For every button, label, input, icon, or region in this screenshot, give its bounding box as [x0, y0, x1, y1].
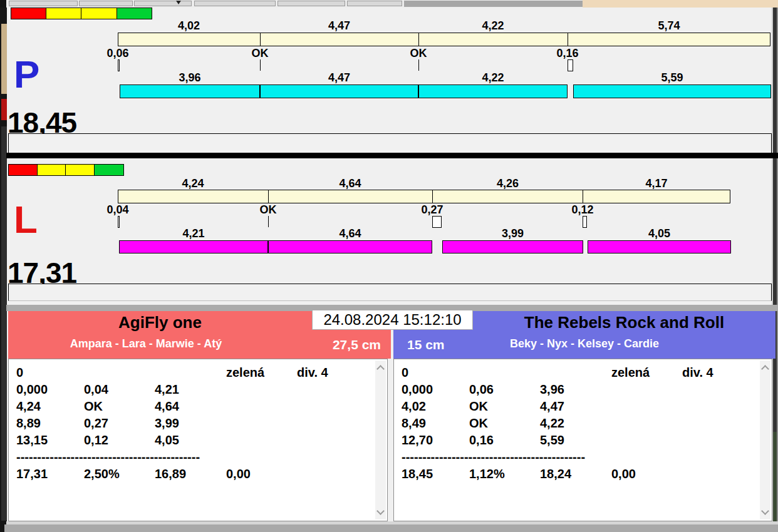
- background-toolbar-segment: [347, 1, 402, 6]
- total-cell: 18,45: [402, 467, 433, 481]
- scroll-up-icon[interactable]: [761, 365, 769, 373]
- vertical-scrollbar[interactable]: [375, 361, 386, 519]
- changeover-label: 0,16: [542, 48, 593, 59]
- status-value: zelená: [226, 366, 264, 379]
- changeover-loss-box: [118, 216, 120, 228]
- total-cell: 17,31: [16, 467, 48, 481]
- changeover-label: 0,06: [93, 48, 143, 59]
- split-bar-p: [118, 33, 770, 46]
- result-cell: 0,04: [84, 382, 108, 396]
- result-cell: 4,21: [155, 382, 179, 396]
- status-value: zelená: [611, 366, 650, 379]
- split-time-label: 4,64: [268, 178, 432, 189]
- run-time-label: 4,47: [260, 72, 418, 83]
- run-time-label: 4,05: [588, 228, 731, 239]
- result-cell: 0,12: [84, 433, 108, 447]
- result-textarea-left[interactable]: 0zelenádiv. 40,0000,044,214,24OK4,648,89…: [8, 359, 388, 521]
- result-cell: OK: [469, 399, 488, 413]
- changeover-label: OK: [243, 204, 293, 215]
- total-cell: 18,24: [540, 467, 571, 481]
- traffic-light-segment: [81, 8, 117, 19]
- run-bar-segment-l: [119, 240, 268, 253]
- split-time-label: 4,47: [260, 20, 418, 31]
- total-cell: 16,89: [155, 467, 186, 481]
- split-bar-l: [118, 190, 730, 203]
- separator-dashes: ----------------------------------------…: [16, 450, 200, 464]
- team-members-left: Ampara - Lara - Marwie - Atý: [14, 336, 277, 351]
- run-time-label: 4,64: [268, 228, 432, 239]
- empty-lane-strip-p: [8, 133, 772, 153]
- background-fragment: [1, 126, 7, 521]
- run-bar-segment-l: [588, 240, 731, 253]
- run-time-label: 3,99: [442, 228, 583, 239]
- changeover-ok-tick: [260, 59, 261, 71]
- split-time-label: 5,74: [568, 20, 770, 31]
- division-value: div. 4: [297, 366, 328, 379]
- split-bar-divider: [268, 190, 269, 203]
- split-bar-divider: [432, 190, 433, 203]
- background-toolbar-segment: [79, 1, 133, 6]
- changeover-loss-box: [583, 216, 587, 228]
- background-window-edge-left: [0, 8, 7, 524]
- background-fragment: [1, 24, 7, 94]
- result-cell: 0,16: [469, 433, 494, 447]
- traffic-light-segment: [11, 8, 46, 19]
- split-time-label: 4,17: [583, 178, 730, 189]
- scroll-up-icon[interactable]: [376, 365, 385, 373]
- traffic-light-segment: [95, 165, 123, 175]
- run-time-label: 4,22: [418, 72, 568, 83]
- result-cell: 4,02: [402, 399, 426, 413]
- result-cell: 8,49: [402, 416, 426, 430]
- result-cell: 4,24: [16, 399, 41, 413]
- scroll-down-icon[interactable]: [376, 507, 385, 515]
- background-toolbar-segment: [194, 1, 276, 6]
- dropdown-arrow-icon: [176, 1, 181, 4]
- background-window-fragment: [583, 0, 778, 8]
- run-bar-segment-l: [268, 240, 432, 253]
- changeover-loss-box: [432, 216, 442, 228]
- background-toolbar-segment: [277, 1, 345, 6]
- scroll-down-icon[interactable]: [761, 507, 769, 515]
- split-bar-divider: [568, 33, 568, 46]
- changeover-ok-tick: [418, 59, 419, 71]
- traffic-lights-p: [11, 8, 152, 19]
- team-total-time-p: 18,45: [8, 109, 76, 136]
- background-window-corner: [0, 524, 4, 532]
- background-fragment: [1, 99, 7, 120]
- result-cell: 13,15: [16, 433, 48, 447]
- changeover-label: OK: [393, 48, 443, 59]
- run-time-label: 3,96: [120, 72, 260, 83]
- vertical-scrollbar[interactable]: [760, 361, 770, 519]
- start-value: 0: [402, 366, 408, 379]
- result-cell: 0,27: [84, 416, 108, 430]
- result-cell: 4,05: [155, 433, 179, 447]
- changeover-label: OK: [235, 48, 285, 59]
- run-bar-segment-p: [573, 84, 771, 98]
- division-value: div. 4: [682, 366, 713, 379]
- run-time-label: 5,59: [573, 72, 771, 83]
- result-cell: 12,70: [402, 433, 433, 447]
- team-name-left: AgiFly one: [8, 313, 312, 332]
- result-cell: 5,59: [540, 433, 564, 447]
- result-cell: 3,99: [155, 416, 179, 430]
- relay-timing-app-window: P 18,45 L 17,31 AgiFly one Ampara - Lara…: [0, 0, 778, 532]
- changeover-loss-box: [118, 59, 120, 71]
- bottom-gray-bar: [0, 524, 778, 532]
- top-strip-left-edge: [0, 0, 6, 8]
- result-cell: 0,000: [16, 382, 48, 396]
- background-toolbar-segment: [9, 1, 78, 6]
- split-time-label: 4,22: [418, 20, 568, 31]
- traffic-light-segment: [66, 165, 95, 175]
- datetime-display: 24.08.2024 15:12:10: [312, 310, 473, 330]
- result-cell: 4,47: [540, 399, 564, 413]
- course-letter-p: P: [14, 56, 39, 93]
- result-textarea-right[interactable]: 0zelenádiv. 40,0000,063,964,02OK4,478,49…: [393, 359, 772, 521]
- result-cell: OK: [84, 399, 103, 413]
- background-toolbar-segment: [134, 1, 192, 6]
- run-bar-segment-p: [260, 84, 418, 98]
- start-value: 0: [16, 366, 23, 379]
- total-cell: 2,50%: [84, 467, 120, 481]
- jump-height-right: 15 cm: [407, 337, 445, 353]
- run-time-label: 4,21: [119, 228, 268, 239]
- total-cell: 1,12%: [469, 467, 505, 481]
